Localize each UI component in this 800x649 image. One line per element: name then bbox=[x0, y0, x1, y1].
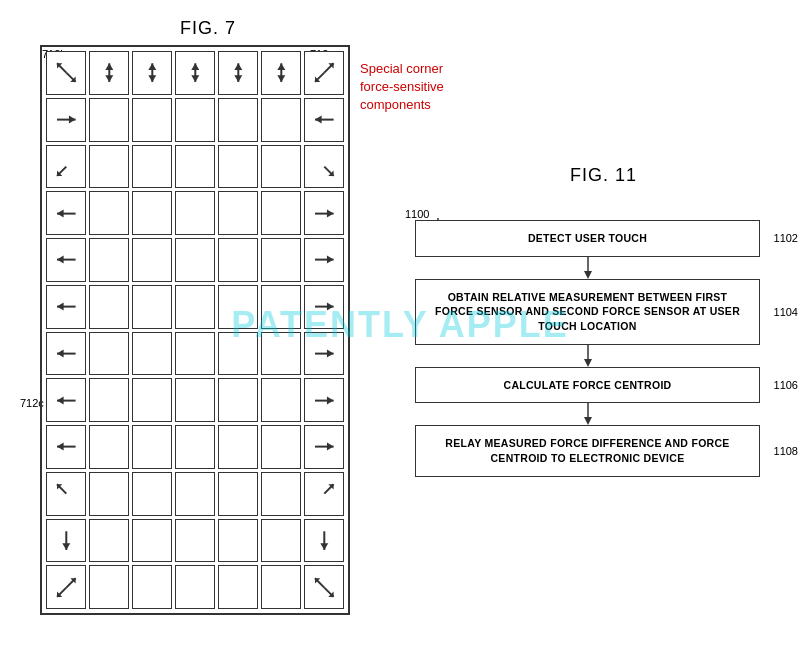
svg-marker-62 bbox=[320, 543, 328, 550]
grid-cell-r8c1 bbox=[46, 378, 86, 422]
svg-marker-11 bbox=[191, 64, 199, 71]
grid-cell-r9c4 bbox=[175, 425, 215, 469]
grid-cell-r8c7 bbox=[304, 378, 344, 422]
grid-cell-r11c1 bbox=[46, 519, 86, 563]
grid-cell-r3c5 bbox=[218, 145, 258, 189]
grid-cell-r5c7 bbox=[304, 238, 344, 282]
grid-cell-r4c2 bbox=[89, 191, 129, 235]
grid-cell-r10c2 bbox=[89, 472, 129, 516]
page: FIG. 7 712b 712a 712c Special cornerforc… bbox=[0, 0, 800, 649]
grid-cell-r11c7 bbox=[304, 519, 344, 563]
grid-cell-r6c3 bbox=[132, 285, 172, 329]
flow-arrow-1 bbox=[415, 257, 760, 279]
flow-box-1102-inner: DETECT USER TOUCH bbox=[415, 220, 760, 257]
svg-marker-44 bbox=[57, 349, 64, 357]
grid-cell-r12c6 bbox=[261, 565, 301, 609]
svg-marker-36 bbox=[57, 256, 64, 264]
flow-box-1106: CALCULATE FORCE CENTROID 1106 bbox=[415, 367, 760, 404]
svg-marker-15 bbox=[234, 76, 242, 83]
grid-cell-r5c1 bbox=[46, 238, 86, 282]
grid-cell-r2c1 bbox=[46, 98, 86, 142]
flow-box-1108-inner: RELAY MEASURED FORCE DIFFERENCE AND FORC… bbox=[415, 425, 760, 476]
fig7-grid-container bbox=[40, 45, 350, 615]
svg-marker-24 bbox=[69, 116, 76, 124]
grid-cell-r3c4 bbox=[175, 145, 215, 189]
grid-cell-r7c4 bbox=[175, 332, 215, 376]
flow-label-1102: 1102 bbox=[774, 232, 798, 244]
svg-marker-26 bbox=[315, 116, 322, 124]
grid-cell-r11c3 bbox=[132, 519, 172, 563]
grid-cell-r7c1 bbox=[46, 332, 86, 376]
svg-marker-50 bbox=[327, 396, 334, 404]
grid-cell-r6c4 bbox=[175, 285, 215, 329]
svg-marker-32 bbox=[57, 209, 64, 217]
grid-cell-r7c2 bbox=[89, 332, 129, 376]
flow-box-1102: DETECT USER TOUCH 1102 bbox=[415, 220, 760, 257]
grid-cell-r1c2 bbox=[89, 51, 129, 95]
svg-marker-46 bbox=[327, 349, 334, 357]
grid-cell-r11c4 bbox=[175, 519, 215, 563]
flow-arrow-2 bbox=[415, 345, 760, 367]
grid-cell-r12c4 bbox=[175, 565, 215, 609]
grid-cell-r9c2 bbox=[89, 425, 129, 469]
grid-cell-r7c6 bbox=[261, 332, 301, 376]
svg-marker-17 bbox=[277, 64, 285, 71]
flow-box-1104-inner: OBTAIN RELATIVE MEASUREMENT BETWEEN FIRS… bbox=[415, 279, 760, 345]
flow-box-1108: RELAY MEASURED FORCE DIFFERENCE AND FORC… bbox=[415, 425, 760, 476]
label-1100: 1100 bbox=[405, 208, 429, 220]
grid-cell-r8c6 bbox=[261, 378, 301, 422]
grid-cell-r2c2 bbox=[89, 98, 129, 142]
grid-cell-r9c1 bbox=[46, 425, 86, 469]
flowchart: DETECT USER TOUCH 1102 OBTAIN RELATIVE M… bbox=[415, 220, 760, 477]
grid-cell-r2c5 bbox=[218, 98, 258, 142]
grid-cell-r3c1 bbox=[46, 145, 86, 189]
svg-marker-12 bbox=[191, 76, 199, 83]
grid-cell-r8c3 bbox=[132, 378, 172, 422]
grid-cell-r5c4 bbox=[175, 238, 215, 282]
flow-arrow-3 bbox=[415, 403, 760, 425]
fig7-title: FIG. 7 bbox=[180, 18, 236, 39]
svg-marker-54 bbox=[327, 443, 334, 451]
grid-cell-r1c7 bbox=[304, 51, 344, 95]
grid-cell-r1c1 bbox=[46, 51, 86, 95]
grid-cell-r1c4 bbox=[175, 51, 215, 95]
grid-cell-r6c6 bbox=[261, 285, 301, 329]
grid-cell-r8c4 bbox=[175, 378, 215, 422]
grid-cell-r1c6 bbox=[261, 51, 301, 95]
svg-marker-14 bbox=[234, 64, 242, 71]
svg-marker-40 bbox=[57, 303, 64, 311]
grid-cell-r10c7 bbox=[304, 472, 344, 516]
grid-cell-r5c5 bbox=[218, 238, 258, 282]
svg-marker-38 bbox=[327, 256, 334, 264]
grid-cell-r11c5 bbox=[218, 519, 258, 563]
grid-cell-r12c3 bbox=[132, 565, 172, 609]
grid-cell-r4c6 bbox=[261, 191, 301, 235]
grid-cell-r9c5 bbox=[218, 425, 258, 469]
grid-cell-r2c4 bbox=[175, 98, 215, 142]
grid-cell-r6c5 bbox=[218, 285, 258, 329]
svg-marker-42 bbox=[327, 303, 334, 311]
flow-box-1104: OBTAIN RELATIVE MEASUREMENT BETWEEN FIRS… bbox=[415, 279, 760, 345]
grid-cell-r5c2 bbox=[89, 238, 129, 282]
grid-cell-r8c5 bbox=[218, 378, 258, 422]
grid-cell-r10c4 bbox=[175, 472, 215, 516]
grid-cell-r4c1 bbox=[46, 191, 86, 235]
svg-marker-60 bbox=[62, 543, 70, 550]
svg-marker-78 bbox=[584, 417, 592, 425]
grid-cell-r3c7 bbox=[304, 145, 344, 189]
grid-cell-r3c3 bbox=[132, 145, 172, 189]
svg-marker-74 bbox=[584, 271, 592, 279]
grid-cell-r12c2 bbox=[89, 565, 129, 609]
grid-cell-r9c3 bbox=[132, 425, 172, 469]
grid-cell-r7c7 bbox=[304, 332, 344, 376]
grid-cell-r9c7 bbox=[304, 425, 344, 469]
grid-cell-r11c6 bbox=[261, 519, 301, 563]
fig11-title: FIG. 11 bbox=[570, 165, 637, 186]
grid-cell-r4c7 bbox=[304, 191, 344, 235]
grid-cell-r10c1 bbox=[46, 472, 86, 516]
grid-cell-r3c2 bbox=[89, 145, 129, 189]
grid-cell-r2c7 bbox=[304, 98, 344, 142]
grid-cell-r5c6 bbox=[261, 238, 301, 282]
grid-cell-r7c5 bbox=[218, 332, 258, 376]
svg-marker-5 bbox=[105, 64, 113, 71]
